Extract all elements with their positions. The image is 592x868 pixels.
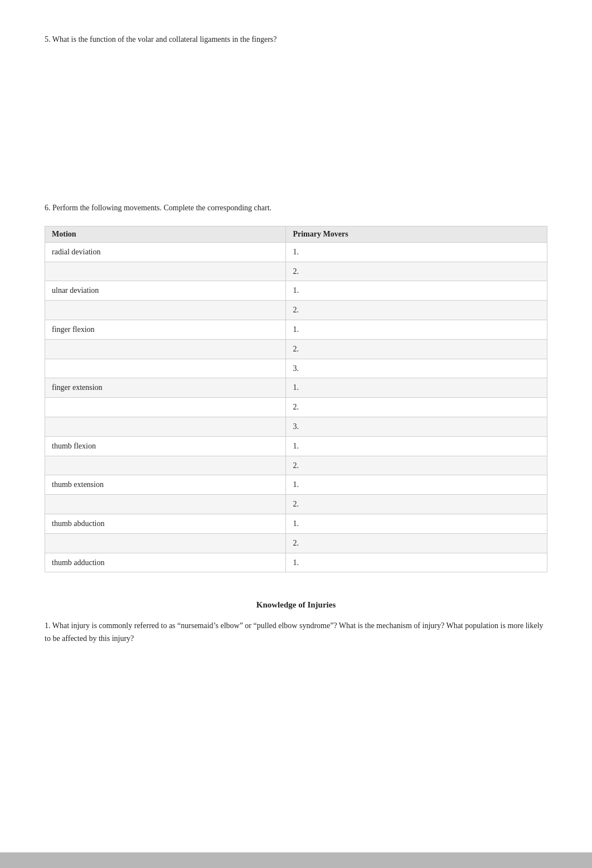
motion-cell-empty bbox=[45, 533, 286, 553]
mover-cell: 1. bbox=[286, 514, 547, 533]
motion-cell-empty bbox=[45, 262, 286, 281]
motion-cell-empty bbox=[45, 301, 286, 320]
table-row: 2. bbox=[45, 495, 547, 514]
motion-table: Motion Primary Movers radial deviation1.… bbox=[45, 226, 547, 573]
mover-cell: 2. bbox=[286, 398, 547, 417]
table-row: ulnar deviation1. bbox=[45, 281, 547, 301]
motion-cell: finger extension bbox=[45, 378, 286, 398]
table-row: 2. bbox=[45, 533, 547, 553]
table-row: 2. bbox=[45, 456, 547, 475]
table-row: finger extension1. bbox=[45, 378, 547, 398]
motion-cell: finger flexion bbox=[45, 320, 286, 339]
table-header-movers: Primary Movers bbox=[286, 226, 547, 242]
mover-cell: 2. bbox=[286, 456, 547, 475]
motion-cell: ulnar deviation bbox=[45, 281, 286, 301]
table-row: 2. bbox=[45, 262, 547, 281]
mover-cell: 2. bbox=[286, 495, 547, 514]
table-row: thumb abduction1. bbox=[45, 514, 547, 533]
mover-cell: 1. bbox=[286, 378, 547, 398]
question-5: 5. What is the function of the volar and… bbox=[45, 33, 547, 46]
mover-cell: 2. bbox=[286, 339, 547, 359]
motion-cell: thumb abduction bbox=[45, 514, 286, 533]
question-6-text: 6. Perform the following movements. Comp… bbox=[45, 204, 271, 212]
table-row: 2. bbox=[45, 301, 547, 320]
knowledge-question-1: 1. What injury is commonly referred to a… bbox=[45, 620, 547, 645]
mover-cell: 1. bbox=[286, 553, 547, 572]
table-row: thumb adduction1. bbox=[45, 553, 547, 572]
knowledge-section-title: Knowledge of Injuries bbox=[45, 600, 547, 610]
table-row: 3. bbox=[45, 359, 547, 378]
motion-cell: thumb adduction bbox=[45, 553, 286, 572]
mover-cell: 2. bbox=[286, 301, 547, 320]
table-row: thumb extension1. bbox=[45, 475, 547, 495]
table-row: 2. bbox=[45, 398, 547, 417]
motion-cell-empty bbox=[45, 339, 286, 359]
mover-cell: 1. bbox=[286, 320, 547, 339]
bottom-bar bbox=[0, 852, 592, 868]
knowledge-question-1-text: 1. What injury is commonly referred to a… bbox=[45, 621, 544, 642]
table-row: finger flexion1. bbox=[45, 320, 547, 339]
motion-cell-empty bbox=[45, 456, 286, 475]
table-row: 3. bbox=[45, 417, 547, 436]
motion-cell: thumb flexion bbox=[45, 436, 286, 456]
motion-cell-empty bbox=[45, 495, 286, 514]
table-row: thumb flexion1. bbox=[45, 436, 547, 456]
question-6: 6. Perform the following movements. Comp… bbox=[45, 202, 547, 214]
mover-cell: 2. bbox=[286, 262, 547, 281]
motion-cell: radial deviation bbox=[45, 242, 286, 262]
mover-cell: 1. bbox=[286, 436, 547, 456]
table-header-motion: Motion bbox=[45, 226, 286, 242]
mover-cell: 1. bbox=[286, 242, 547, 262]
mover-cell: 1. bbox=[286, 475, 547, 495]
motion-cell-empty bbox=[45, 398, 286, 417]
mover-cell: 3. bbox=[286, 359, 547, 378]
motion-cell: thumb extension bbox=[45, 475, 286, 495]
motion-cell-empty bbox=[45, 359, 286, 378]
mover-cell: 3. bbox=[286, 417, 547, 436]
table-row: 2. bbox=[45, 339, 547, 359]
mover-cell: 2. bbox=[286, 533, 547, 553]
table-row: radial deviation1. bbox=[45, 242, 547, 262]
question-5-text: 5. What is the function of the volar and… bbox=[45, 35, 277, 44]
mover-cell: 1. bbox=[286, 281, 547, 301]
motion-cell-empty bbox=[45, 417, 286, 436]
